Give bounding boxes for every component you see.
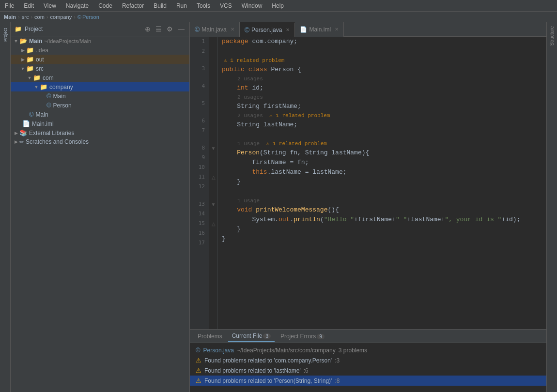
main-content: Project 📁 Project ⊕ ☰ ⚙ — ▼ 📂 Main ~/Ide… — [0, 22, 557, 392]
tab-java-icon-main: © — [195, 26, 200, 33]
breadcrumb-com[interactable]: com — [34, 14, 45, 20]
sidebar-settings-icon[interactable]: ⚙ — [166, 24, 174, 34]
menu-navigate[interactable]: Navigate — [64, 1, 91, 10]
editor[interactable]: 1 2 3 4 5 6 7 8 9 10 11 12 13 14 1 — [190, 37, 546, 329]
sidebar-collapse-icon[interactable]: ☰ — [155, 24, 163, 34]
code-line-3: public class Person { — [222, 65, 546, 75]
tree-arrow-main: ▼ — [13, 39, 19, 44]
code-line-16: } — [222, 234, 546, 244]
breadcrumb-sep3: › — [46, 14, 48, 20]
folder-icon: 📁 — [15, 26, 22, 32]
tab-close-main-java[interactable]: ✕ — [231, 27, 234, 32]
tree-item-src[interactable]: ▼ 📁 src — [11, 64, 189, 73]
menu-edit[interactable]: Edit — [22, 1, 36, 10]
code-line-14: System.out.println("Hello "+firstName+" … — [222, 215, 546, 225]
tree-label-out: out — [36, 56, 44, 63]
code-line-2 — [222, 46, 546, 56]
menu-view[interactable]: View — [42, 1, 58, 10]
tree-item-person-class[interactable]: © Person — [11, 101, 189, 110]
sidebar: 📁 Project ⊕ ☰ ⚙ — ▼ 📂 Main ~/IdeaProject… — [11, 22, 190, 392]
menu-bar: File Edit View Navigate Code Refactor Bu… — [0, 0, 557, 12]
problem-file-count: 3 problems — [339, 347, 367, 354]
tab-close-main-iml[interactable]: ✕ — [335, 27, 339, 32]
fold-btn-8[interactable]: ▼ — [209, 143, 217, 153]
fold-end-13[interactable]: △ — [209, 219, 217, 228]
menu-code[interactable]: Code — [96, 1, 114, 10]
problem-file-row[interactable]: © Person.java ~/IdeaProjects/Main/src/co… — [190, 345, 546, 355]
code-line-11: } — [222, 177, 546, 187]
code-line-8: Person(String fn, String lastName){ — [222, 148, 546, 158]
tree-item-main[interactable]: ▼ 📂 Main ~/IdeaProjects/Main — [11, 36, 189, 45]
tree-item-com[interactable]: ▼ 📁 com — [11, 73, 189, 82]
tree-label-person-class: Person — [53, 102, 72, 109]
code-line-12 — [222, 187, 546, 196]
breadcrumb-sep1: › — [18, 14, 20, 20]
right-tool-strip: Structure — [546, 22, 557, 392]
problem-file-path: ~/IdeaProjects/Main/src/com/company — [237, 347, 336, 354]
menu-tools[interactable]: Tools — [195, 1, 212, 10]
tree-item-idea[interactable]: ▶ 📁 .idea — [11, 45, 189, 55]
tab-label-main-java: Main.java — [201, 26, 226, 33]
problem-loc-2: :3 — [335, 357, 340, 364]
menu-help[interactable]: Help — [270, 1, 286, 10]
tree-item-company[interactable]: ▼ 📁 company — [11, 82, 189, 91]
fold-end-8[interactable]: △ — [209, 172, 217, 182]
problem-warn-icon-2: ⚠ — [196, 357, 201, 364]
editor-area: © Main.java ✕ © Person.java ✕ 📄 Main.iml… — [190, 22, 546, 392]
tab-bar: © Main.java ✕ © Person.java ✕ 📄 Main.iml… — [190, 22, 546, 37]
bottom-tab-project[interactable]: Project Errors9 — [277, 331, 328, 342]
problem-row-2[interactable]: ⚠ Found problems related to 'com.company… — [190, 355, 546, 365]
problem-loc-4: :8 — [335, 377, 340, 384]
tree-item-scratches[interactable]: ▶ ✏ Scratches and Consoles — [11, 137, 189, 146]
code-line-9: firstName = fn; — [222, 158, 546, 167]
hint-line-8: 1 usage ⚠ 1 related problem — [222, 139, 546, 148]
tree-item-main-class[interactable]: © Main — [11, 91, 189, 101]
code-line-7 — [222, 130, 546, 139]
menu-build[interactable]: Build — [152, 1, 169, 10]
breadcrumb: Main › src › com › company › ©Person — [0, 12, 557, 22]
bottom-tab-problems[interactable]: Problems — [194, 331, 226, 342]
tab-close-person-java[interactable]: ✕ — [286, 27, 290, 32]
problem-row-4[interactable]: ⚠ Found problems related to 'Person(Stri… — [190, 376, 546, 386]
tree-item-ext-libs[interactable]: ▶ 📚 External Libraries — [11, 128, 189, 137]
current-file-badge: 3 — [263, 333, 271, 339]
current-file-label: Current File — [232, 332, 263, 339]
bottom-content: © Person.java ~/IdeaProjects/Main/src/co… — [190, 343, 546, 392]
problem-file-icon: © — [196, 347, 201, 354]
tab-main-iml[interactable]: 📄 Main.iml ✕ — [295, 22, 344, 37]
breadcrumb-src[interactable]: src — [22, 14, 29, 20]
tree-item-main-java[interactable]: © Main — [11, 110, 189, 119]
menu-refactor[interactable]: Refactor — [120, 1, 146, 10]
tree-label-com: com — [43, 75, 54, 81]
hint-line-3: ⚠ 1 related problem — [222, 56, 546, 65]
code-line-4: int id; — [222, 83, 546, 93]
problem-row-3[interactable]: ⚠ Found problems related to 'lastName' :… — [190, 365, 546, 376]
menu-file[interactable]: File — [3, 1, 16, 10]
sidebar-close-icon[interactable]: — — [177, 24, 186, 34]
problem-loc-3: :6 — [304, 367, 309, 374]
breadcrumb-main[interactable]: Main — [4, 14, 16, 20]
tab-label-main-iml: Main.iml — [309, 26, 331, 33]
tree-item-out[interactable]: ▶ 📁 out — [11, 55, 189, 64]
project-errors-label: Project Errors — [280, 333, 316, 340]
sidebar-new-window-icon[interactable]: ⊕ — [144, 24, 152, 34]
breadcrumb-company[interactable]: company — [50, 14, 72, 20]
activity-project[interactable]: Project — [2, 25, 9, 45]
tool-structure[interactable]: Structure — [548, 24, 556, 48]
problem-warn-icon-4: ⚠ — [196, 377, 201, 384]
menu-window[interactable]: Window — [240, 1, 264, 10]
tab-person-java[interactable]: © Person.java ✕ — [240, 22, 295, 37]
fold-btn-13[interactable]: ▼ — [209, 199, 217, 209]
breadcrumb-person[interactable]: ©Person — [77, 14, 99, 20]
problem-warn-icon-3: ⚠ — [196, 367, 201, 374]
tree-label-main: Main ~/IdeaProjects/Main — [29, 38, 91, 45]
code-area[interactable]: package com.company; ⚠ 1 related problem… — [218, 37, 546, 329]
tree-item-main-iml[interactable]: 📄 Main.iml — [11, 119, 189, 128]
gutter: ▼ △ ▼ △ — [209, 37, 218, 329]
menu-run[interactable]: Run — [174, 1, 189, 10]
menu-vcs[interactable]: VCS — [218, 1, 234, 10]
bottom-tab-current[interactable]: Current File3 — [228, 331, 275, 342]
tab-main-java[interactable]: © Main.java ✕ — [190, 22, 240, 37]
breadcrumb-sep4: › — [74, 14, 76, 20]
activity-bar: Project — [0, 22, 11, 392]
